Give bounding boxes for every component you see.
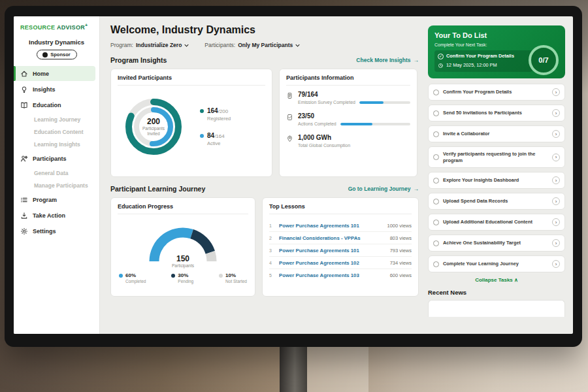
card-title: Participants Information xyxy=(286,74,410,86)
check-more-insights-link[interactable]: Check More Insights → xyxy=(356,57,419,63)
lesson-row: 2 Financial Considerations - VPPAs 803 v… xyxy=(269,232,412,244)
legend-label: Active xyxy=(207,140,231,146)
invited-donut-chart: 200 Participants Invited xyxy=(118,91,189,163)
stat-global-consumption: 1,000 GWh Total Global Consumption xyxy=(286,134,410,148)
task-item[interactable]: Verify participants requesting to join t… xyxy=(428,146,565,168)
legend-item-completed: 60% Completed xyxy=(119,272,146,284)
card-title: Top Lessons xyxy=(269,203,412,214)
participants-filter-dropdown[interactable]: Participants: Only My Participants xyxy=(204,42,300,48)
sidebar-nav: Home Insights Education Learning Journey… xyxy=(14,66,99,238)
task-item[interactable]: Achieve One Sustainability Target › xyxy=(428,235,565,252)
task-checkbox[interactable] xyxy=(433,240,439,246)
task-item[interactable]: Upload Additional Educational Content › xyxy=(428,214,565,231)
task-item[interactable]: Upload Spend Data Records › xyxy=(428,193,565,210)
chevron-right-icon[interactable]: › xyxy=(552,88,560,96)
survey-icon xyxy=(286,92,293,99)
task-checkbox[interactable] xyxy=(433,131,439,137)
sponsor-badge[interactable]: Sponsor xyxy=(37,50,77,59)
task-item[interactable]: Invite a Collaborator › xyxy=(428,125,565,142)
lesson-views: 1000 views xyxy=(387,223,412,229)
invited-participants-card: Invited Participants 200 Participants In… xyxy=(110,69,272,177)
participants-filter-value: Only My Participants xyxy=(238,42,293,48)
section-title: Participant Learning Journey xyxy=(110,185,205,193)
sidebar-item-learning-journey[interactable]: Learning Journey xyxy=(14,113,99,125)
next-task-label: Confirm Your Program Details xyxy=(446,54,514,59)
lesson-link[interactable]: Power Purchase Agreements 103 xyxy=(279,272,386,278)
sidebar: RESOURCE ADVISOR+ Industry Dynamics Spon… xyxy=(14,16,100,334)
task-item[interactable]: Confirm Your Program Details › xyxy=(428,84,565,101)
legend-label: Registered xyxy=(207,116,231,122)
next-task-chip[interactable]: ✓ Confirm Your Program Details 12 May 20… xyxy=(434,50,532,72)
sidebar-item-label: Education xyxy=(33,102,61,108)
chevron-right-icon[interactable]: › xyxy=(552,154,560,161)
stat-value: 23/50 xyxy=(298,112,410,120)
background-wall: RESOURCE ADVISOR+ Industry Dynamics Spon… xyxy=(0,0,588,392)
logo-text-advisor: ADVISOR xyxy=(57,24,85,31)
sidebar-item-program[interactable]: Program xyxy=(14,192,95,207)
lesson-link[interactable]: Power Purchase Agreements 102 xyxy=(279,260,386,266)
chevron-right-icon[interactable]: › xyxy=(552,260,560,268)
legend-total: /164 xyxy=(214,133,225,139)
task-checkbox[interactable] xyxy=(433,110,439,116)
chevron-right-icon[interactable]: › xyxy=(552,197,560,205)
task-item[interactable]: Complete Your Learning Journey › xyxy=(428,255,565,272)
link-label: Check More Insights xyxy=(356,57,410,63)
task-item[interactable]: Explore Your Insights Dashboard › xyxy=(428,172,565,189)
program-filter-dropdown[interactable]: Program: Industrialize Zero xyxy=(110,42,189,48)
chevron-right-icon[interactable]: › xyxy=(552,109,560,117)
task-checkbox[interactable] xyxy=(433,220,439,225)
lesson-rank: 4 xyxy=(269,261,275,265)
recent-news-card[interactable] xyxy=(428,300,565,317)
collapse-tasks-link[interactable]: Collapse Tasks ∧ xyxy=(428,277,565,283)
sidebar-item-education-content[interactable]: Education Content xyxy=(14,125,99,138)
next-task-time: 12 May 2025, 12:00 PM xyxy=(446,63,497,69)
lesson-rank: 3 xyxy=(269,248,275,253)
task-checkbox[interactable] xyxy=(433,90,439,95)
lesson-row: 3 Power Purchase Agreements 101 793 view… xyxy=(269,244,412,257)
legend-item-registered: 164/200 Registered xyxy=(200,107,231,122)
stat-label: Emission Survey Completed xyxy=(298,100,355,105)
sidebar-item-home[interactable]: Home xyxy=(14,66,95,81)
task-checkbox[interactable] xyxy=(433,261,439,267)
chevron-right-icon[interactable]: › xyxy=(552,218,560,226)
chevron-right-icon[interactable]: › xyxy=(552,176,560,184)
go-to-learning-journey-link[interactable]: Go to Learning Journey → xyxy=(348,186,419,192)
sidebar-item-participants[interactable]: Participants xyxy=(14,151,95,166)
page-title: Welcome, Industry Dynamics xyxy=(110,24,419,36)
sidebar-item-insights[interactable]: Insights xyxy=(14,82,95,97)
sponsor-label: Sponsor xyxy=(50,52,70,57)
lightbulb-icon xyxy=(20,86,28,93)
legend-pct: 10% xyxy=(225,272,236,278)
task-checkbox[interactable] xyxy=(433,154,439,160)
task-checkbox[interactable] xyxy=(433,178,439,184)
clock-icon xyxy=(438,63,444,69)
chevron-down-icon xyxy=(184,42,189,48)
gauge-center-label: Participants xyxy=(140,263,226,268)
filter-bar: Program: Industrialize Zero Participants… xyxy=(110,42,419,48)
lesson-link[interactable]: Power Purchase Agreements 101 xyxy=(279,223,383,229)
chevron-down-icon xyxy=(295,42,300,48)
task-item[interactable]: Send 50 Invitations to Participants › xyxy=(428,105,565,122)
lesson-rank: 5 xyxy=(269,273,275,278)
gear-icon xyxy=(20,227,28,235)
progress-bar xyxy=(340,123,410,125)
stat-actions-completed: 23/50 Actions Completed xyxy=(286,112,410,126)
chevron-right-icon[interactable]: › xyxy=(552,239,560,247)
program-filter-value: Industrialize Zero xyxy=(136,42,182,48)
task-checkbox[interactable] xyxy=(433,199,439,204)
wall-highlight xyxy=(306,347,368,392)
app-logo[interactable]: RESOURCE ADVISOR+ xyxy=(14,23,99,31)
task-label: Invite a Collaborator xyxy=(443,131,548,137)
sidebar-item-settings[interactable]: Settings xyxy=(14,223,95,238)
lesson-rank: 2 xyxy=(269,236,275,240)
chevron-right-icon[interactable]: › xyxy=(552,130,560,138)
legend-label: Completed xyxy=(125,279,146,284)
sidebar-item-manage-participants[interactable]: Manage Participants xyxy=(14,179,99,191)
sidebar-item-education[interactable]: Education xyxy=(14,97,95,112)
dashboard-screen: RESOURCE ADVISOR+ Industry Dynamics Spon… xyxy=(14,16,573,334)
lesson-link[interactable]: Financial Considerations - VPPAs xyxy=(279,235,386,241)
sidebar-item-learning-insights[interactable]: Learning Insights xyxy=(14,138,99,150)
sidebar-item-general-data[interactable]: General Data xyxy=(14,167,99,179)
lesson-link[interactable]: Power Purchase Agreements 101 xyxy=(279,248,386,253)
sidebar-item-take-action[interactable]: Take Action xyxy=(14,208,95,223)
